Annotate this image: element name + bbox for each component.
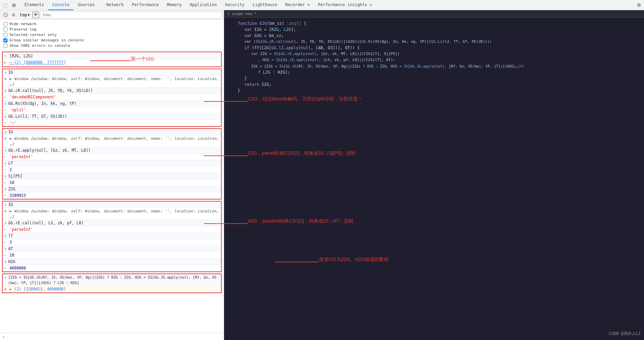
tab-performance[interactable]: Performance — [128, 0, 163, 10]
device-toolbar-btn[interactable]: ⊞ — [10, 1, 18, 9]
group-similar-checkbox[interactable] — [3, 38, 7, 42]
code-line: var G2G = bm_sz; — [224, 33, 644, 39]
console-panel: 🚫 ⊘ top ▼ 👁 Hide network Preserve log Se… — [0, 10, 224, 340]
console-row[interactable]: ← 'split' — [3, 107, 221, 113]
console-row[interactable]: ← 3 — [3, 239, 221, 246]
preserve-log-label[interactable]: Preserve log — [10, 27, 36, 32]
console-output[interactable]: › [RZG, LZG] ← (2) [8888888, 7777777] › … — [0, 50, 224, 333]
tab-application[interactable]: Application — [186, 0, 221, 10]
console-input-row[interactable]: › — [0, 333, 224, 340]
hide-network-checkbox[interactable] — [3, 22, 7, 26]
tab-network[interactable]: ⚠Network — [99, 0, 128, 10]
option-group-similar: Group similar messages in console — [3, 38, 220, 42]
console-row[interactable]: ← 10 — [3, 252, 221, 259]
expand-arrow[interactable] — [4, 60, 8, 64]
console-row[interactable]: ← 3289923 — [3, 192, 221, 199]
tab-lighthouse[interactable]: Lighthouse — [249, 0, 281, 10]
selected-context-label[interactable]: Selected context only — [10, 33, 57, 37]
code-line: I2G = [Z2G = IG[GG.JG(Rf, J5, X5(bw), tP… — [224, 63, 644, 69]
console-row[interactable]: › GG.Ls(lJ, TT, GT, X5(JD)) — [3, 113, 221, 120]
console-row[interactable]: ← (2) [8888888, 7777777] — [3, 59, 221, 66]
tab-console[interactable]: Console — [48, 0, 74, 10]
console-row[interactable]: › H2G — [3, 259, 221, 265]
preserve-log-checkbox[interactable] — [3, 27, 7, 32]
code-text: var G2G = bm_sz; — [238, 33, 284, 39]
row-content: 'decodeURIComponent' — [10, 94, 220, 100]
input-marker: › — [4, 220, 7, 226]
code-line: } — [224, 75, 644, 81]
console-row[interactable]: › IG — [3, 69, 221, 76]
result-marker: ← — [4, 265, 8, 270]
console-row[interactable]: ◀ ► Window {window: Window, self: Window… — [3, 76, 221, 88]
console-row[interactable]: › Sj[P5] — [3, 173, 221, 180]
console-row[interactable]: ◀ ► Window {window: Window, self: Window… — [3, 135, 221, 147]
row-content: ← (2) [8888888, 7777777] — [10, 60, 220, 65]
console-row[interactable]: › Z2G — [3, 186, 221, 192]
settings-btn[interactable]: ⚙ — [635, 1, 643, 9]
console-row[interactable]: ◀ ► (2) [3289923, 4600888] — [3, 286, 221, 292]
code-header: 1 usage new * — [224, 10, 644, 18]
console-row[interactable]: › LT — [3, 160, 221, 167]
console-row[interactable]: › IG — [3, 202, 221, 208]
console-row[interactable]: › [RZG, LZG] — [3, 53, 221, 59]
tab-elements[interactable]: Elements — [20, 0, 48, 10]
code-text: var (IG[GG.cR.call(null, J5, YD, Yk, X5(… — [238, 39, 492, 45]
tab-memory[interactable]: Memory — [163, 0, 186, 10]
expand-arrow[interactable]: ◀ — [4, 136, 8, 140]
input-marker: › — [4, 160, 7, 166]
row-content: AT — [8, 246, 220, 251]
cors-errors-checkbox[interactable] — [3, 44, 7, 48]
result-marker: ← — [4, 252, 8, 257]
console-row[interactable]: ← 'parseInt' — [3, 226, 221, 233]
console-row[interactable]: › IG — [3, 129, 221, 135]
console-row[interactable]: › GG.Rs(X5(Qg), In, kk, vg, tP) — [3, 100, 221, 107]
input-marker: › — [4, 259, 7, 264]
console-row[interactable]: › lT — [3, 233, 221, 239]
tab-sources[interactable]: Sources — [73, 0, 99, 10]
watermark: CSDN @局外人LZ — [609, 331, 641, 337]
inspect-element-btn[interactable]: ⬚ — [1, 1, 9, 9]
filter-input[interactable] — [40, 12, 222, 18]
console-row[interactable]: ← 4600888 — [3, 265, 221, 271]
expand-arrow[interactable]: ◀ — [4, 208, 8, 213]
row-content: 3 — [10, 240, 220, 245]
hide-network-label[interactable]: Hide network — [10, 22, 36, 26]
show-filter-btn[interactable]: ⊘ — [10, 12, 17, 18]
console-row[interactable]: ← 'decodeURIComponent' — [3, 94, 221, 100]
row-content: LT — [8, 160, 220, 166]
console-row[interactable]: › GG.cR.call(null, J5, YD, Yk, X5(LD)) — [3, 88, 221, 94]
console-row[interactable]: › GG.rE.call(null, LS, zk, pf, L8) — [3, 220, 221, 226]
network-warn-icon: ⚠ — [103, 2, 105, 7]
expand-arrow[interactable]: ◀ — [4, 286, 8, 291]
cors-errors-label[interactable]: Show CORS errors in console — [10, 43, 70, 48]
clear-console-btn[interactable]: 🚫 — [2, 12, 9, 18]
section-main: › IG ◀ ► Window {window: Window, self: W… — [2, 69, 222, 127]
console-row[interactable]: ← 2 — [3, 167, 221, 173]
code-content[interactable]: function E2G(bm_sz) :any[] { var I2G = [… — [224, 18, 644, 340]
console-row[interactable]: ← 10 — [3, 180, 221, 186]
tab-recorder[interactable]: Recorder ✕ — [281, 0, 314, 10]
console-row[interactable]: ◀ ► Window {window: Window, self: Window… — [3, 208, 221, 220]
eye-btn[interactable]: 👁 — [32, 12, 39, 18]
row-content: Z2G — [8, 186, 220, 192]
console-row[interactable]: › AT — [3, 246, 221, 252]
console-row[interactable]: › GG.rE.apply(null, [Gz, zk, MT, L8]) — [3, 147, 221, 154]
selected-context-checkbox[interactable] — [3, 33, 7, 37]
result-marker: ← — [4, 120, 8, 125]
context-selector[interactable]: top ▼ — [18, 12, 31, 18]
row-content: 'parseInt' — [10, 154, 220, 159]
tab-perf-insights[interactable]: Performance insights ✕ — [314, 0, 376, 10]
row-content: [RZG, LZG] — [10, 53, 220, 59]
console-toolbar: 🚫 ⊘ top ▼ 👁 — [0, 10, 224, 20]
row-content: [Z2G = IG[GG.JG(Rf, J5, X5(bw), tP, Og)]… — [8, 275, 220, 285]
console-row[interactable]: › [Z2G = IG[GG.JG(Rf, J5, X5(bw), tP, Og… — [3, 274, 221, 286]
tab-security[interactable]: Security — [221, 0, 249, 10]
section-h2g: › IG ◀ ► Window {window: Window, self: W… — [2, 201, 222, 272]
expand-arrow[interactable]: ◀ — [4, 76, 8, 80]
devtools-right-icons: ⚙ — [635, 1, 643, 9]
console-row[interactable]: ← 'parseInt' — [3, 154, 221, 160]
group-similar-label[interactable]: Group similar messages in console — [10, 38, 84, 42]
expand-arrow[interactable]: › — [4, 53, 8, 58]
console-row[interactable]: ← '~' — [3, 120, 221, 126]
code-line: function E2G(bm_sz) :any[] { — [224, 20, 644, 26]
